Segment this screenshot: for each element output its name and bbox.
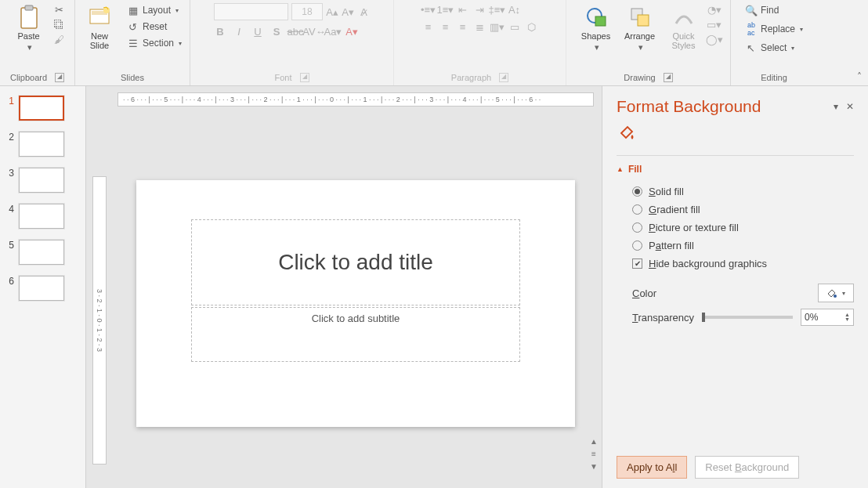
cut-button[interactable]: ✂ xyxy=(53,3,66,16)
replace-button[interactable]: abacReplace▾ xyxy=(742,22,806,36)
shape-outline-button[interactable]: ▭▾ xyxy=(708,18,721,31)
svg-rect-8 xyxy=(638,15,649,26)
align-center-button[interactable]: ≡ xyxy=(439,20,452,33)
ruler-vertical[interactable]: 3 · 2 · 1 · 0 · 1 · 2 · 3 xyxy=(92,176,107,465)
numbering-button[interactable]: 1≡▾ xyxy=(439,3,452,16)
thumbnail-2[interactable]: 2 xyxy=(6,132,79,157)
shrink-font-button[interactable]: A▾ xyxy=(342,5,354,18)
shapes-button[interactable]: Shapes▾ xyxy=(577,3,616,53)
paragraph-dialog-launcher[interactable]: ◢ xyxy=(499,73,508,82)
font-family-combo[interactable] xyxy=(214,3,288,20)
strike-button[interactable]: abc xyxy=(289,25,302,38)
thumbnail-1[interactable]: 1 xyxy=(6,96,79,121)
apply-to-all-button[interactable]: Apply to All xyxy=(617,456,687,479)
align-text-button[interactable]: ▭ xyxy=(508,20,521,33)
columns-button[interactable]: ▥▾ xyxy=(491,20,504,33)
shapes-icon xyxy=(584,5,609,30)
paste-button[interactable]: Paste ▾ xyxy=(9,3,49,53)
group-editing: 🔍Find abacReplace▾ ↖Select▾ Editing xyxy=(731,0,817,85)
prev-slide-button[interactable]: ▲ xyxy=(588,435,600,447)
layout-button[interactable]: ▦Layout▾ xyxy=(124,3,185,17)
next-slide-button[interactable]: ▼ xyxy=(588,460,600,472)
line-spacing-button[interactable]: ‡≡▾ xyxy=(491,3,504,16)
svg-point-9 xyxy=(834,295,837,298)
font-dialog-launcher[interactable]: ◢ xyxy=(300,73,309,82)
dec-indent-button[interactable]: ⇤ xyxy=(457,3,469,16)
paste-label: Paste xyxy=(17,31,39,41)
gradient-fill-radio[interactable]: Gradient fill xyxy=(617,201,854,219)
select-button[interactable]: ↖Select▾ xyxy=(742,41,797,55)
change-case-button[interactable]: Aa▾ xyxy=(327,25,339,38)
solid-fill-radio[interactable]: Solid fill xyxy=(617,183,854,201)
thumbnail-3[interactable]: 3 xyxy=(6,168,79,193)
ruler-horizontal[interactable]: · · 6 · · · | · · · 5 · · · | · · · 4 · … xyxy=(118,92,594,107)
fill-category-icon[interactable] xyxy=(617,122,637,143)
clipboard-dialog-launcher[interactable]: ◢ xyxy=(55,73,64,82)
section-button[interactable]: ☰Section▾ xyxy=(124,36,185,50)
drawing-dialog-launcher[interactable]: ◢ xyxy=(664,73,673,82)
title-placeholder[interactable]: Click to add title xyxy=(191,219,520,305)
arrange-icon xyxy=(627,5,653,30)
justify-button[interactable]: ≣ xyxy=(474,20,486,33)
bullets-button[interactable]: •≡▾ xyxy=(422,3,435,16)
slide-thumbnails-pane[interactable]: 1 2 3 4 5 6 xyxy=(0,86,86,488)
layout-icon: ▦ xyxy=(127,4,139,16)
slide-canvas[interactable]: Click to add title Click to add subtitle xyxy=(136,180,575,427)
italic-button[interactable]: I xyxy=(233,25,245,38)
slide-nav-controls: ▲ ≡ ▼ xyxy=(588,435,600,472)
char-spacing-button[interactable]: AV↔ xyxy=(308,25,320,38)
align-right-button[interactable]: ≡ xyxy=(457,20,469,33)
align-left-button[interactable]: ≡ xyxy=(422,20,435,33)
font-size-combo[interactable] xyxy=(291,3,323,20)
transparency-spinbox[interactable]: 0% ▲▼ xyxy=(801,309,854,326)
format-painter-button[interactable]: 🖌 xyxy=(53,33,66,45)
font-color-button[interactable]: A▾ xyxy=(345,25,358,38)
split-handle[interactable]: ≡ xyxy=(588,447,600,460)
collapse-ribbon-button[interactable]: ˄ xyxy=(857,71,862,82)
checkbox-icon: ✔ xyxy=(632,258,642,269)
fill-section-header[interactable]: ▲ Fill xyxy=(617,164,854,175)
transparency-slider[interactable] xyxy=(702,316,793,319)
underline-button[interactable]: U xyxy=(251,25,264,38)
arrange-button[interactable]: Arrange▾ xyxy=(620,3,660,53)
reset-background-button[interactable]: Reset Background xyxy=(695,456,799,479)
quick-styles-button[interactable]: Quick Styles xyxy=(664,3,703,52)
color-picker-button[interactable]: ▾ xyxy=(818,284,854,302)
thumbnail-6[interactable]: 6 xyxy=(6,276,79,301)
pattern-fill-radio[interactable]: Pattern fill xyxy=(617,237,854,255)
bold-button[interactable]: B xyxy=(214,25,226,38)
picture-fill-radio[interactable]: Picture or texture fill xyxy=(617,219,854,237)
shadow-button[interactable]: S xyxy=(270,25,283,38)
group-paragraph: •≡▾ 1≡▾ ⇤ ⇥ ‡≡▾ A↕ ≡ ≡ ≡ ≣ ▥▾ ▭ ⬡ Paragr… xyxy=(394,0,566,85)
group-label: Drawing xyxy=(624,73,655,82)
dropdown-caret-icon: ▾ xyxy=(27,42,32,52)
radio-icon xyxy=(632,186,642,197)
text-direction-button[interactable]: A↕ xyxy=(508,3,521,16)
select-icon: ↖ xyxy=(745,42,758,54)
find-button[interactable]: 🔍Find xyxy=(742,3,782,17)
grow-font-button[interactable]: A▴ xyxy=(326,5,338,18)
reset-button[interactable]: ↺Reset xyxy=(124,20,185,34)
new-slide-label: New Slide xyxy=(90,31,109,50)
spin-down[interactable]: ▼ xyxy=(844,317,850,322)
group-label: Font xyxy=(274,73,291,82)
shape-effects-button[interactable]: ◯▾ xyxy=(708,33,721,45)
group-label: Paragraph xyxy=(451,73,491,82)
svg-rect-0 xyxy=(21,8,37,28)
thumbnail-5[interactable]: 5 xyxy=(6,240,79,265)
svg-rect-1 xyxy=(25,5,33,10)
shape-fill-button[interactable]: ◔▾ xyxy=(708,3,721,16)
group-label: Editing xyxy=(761,73,787,82)
pane-close-button[interactable]: ✕ xyxy=(846,101,854,112)
subtitle-placeholder[interactable]: Click to add subtitle xyxy=(191,307,520,362)
search-icon: 🔍 xyxy=(745,4,758,16)
copy-button[interactable]: ⿻ xyxy=(53,18,66,31)
reset-icon: ↺ xyxy=(127,20,139,33)
pane-options-button[interactable]: ▾ xyxy=(834,101,838,112)
inc-indent-button[interactable]: ⇥ xyxy=(474,3,486,16)
thumbnail-4[interactable]: 4 xyxy=(6,204,79,229)
clear-format-button[interactable]: A̷ xyxy=(357,5,370,18)
new-slide-button[interactable]: New Slide xyxy=(80,3,119,52)
hide-bg-graphics-checkbox[interactable]: ✔ Hide background graphics xyxy=(617,255,854,273)
smartart-button[interactable]: ⬡ xyxy=(526,20,538,33)
